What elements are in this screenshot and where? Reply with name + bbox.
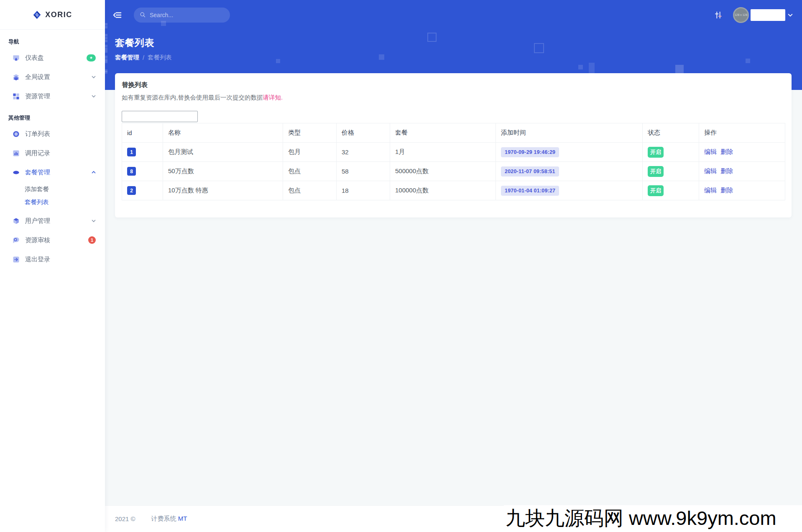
row-package: 100000点数 [390, 181, 496, 200]
topbar-right: 128 x 128 [713, 7, 793, 23]
watermark-overlay: 九块九源码网 www.9k9ym.com [504, 505, 802, 532]
nav-section-title: 导航 [0, 30, 105, 48]
col-header-actions: 操作 [699, 123, 785, 143]
brand-name: XORIC [45, 10, 72, 19]
sidebar-item-dashboard[interactable]: 仪表盘 ★ [0, 48, 105, 67]
sidebar-item-label: 订单列表 [25, 130, 96, 138]
sidebar-item-order-list[interactable]: 订单列表 [0, 124, 105, 143]
table-row: 2 10万点数 特惠 包点 18 100000点数 1970-01-04 01:… [122, 181, 785, 200]
chevron-down-icon[interactable] [788, 13, 793, 18]
edit-link[interactable]: 编辑 [704, 167, 717, 174]
sidebar-item-package-management[interactable]: 套餐管理 [0, 163, 105, 182]
edit-link[interactable]: 编辑 [704, 187, 717, 194]
row-id-badge: 2 [127, 186, 136, 195]
chevron-down-icon [92, 94, 96, 98]
brand[interactable]: XORIC [0, 0, 105, 30]
sidebar-item-label: 调用记录 [25, 149, 96, 157]
avatar-placeholder-text: 128 x 128 [735, 13, 748, 16]
sidebar-item-resource-management[interactable]: 资源管理 [0, 87, 105, 106]
settings-sliders-button[interactable] [713, 10, 724, 20]
sidebar-item-global-settings[interactable]: 全局设置 [0, 67, 105, 87]
footer-copyright: 2021 © [115, 515, 135, 522]
card-title: 替换列表 [122, 81, 785, 90]
row-id-badge: 1 [127, 148, 136, 156]
package-table: id 名称 类型 价格 套餐 添加时间 状态 操作 1 包月测试 包月 [122, 123, 785, 200]
username-box[interactable] [751, 9, 785, 21]
pill-icon [13, 169, 20, 176]
footer-app-text: 计费系统 [151, 515, 176, 522]
col-header-name: 名称 [163, 123, 283, 143]
breadcrumb-current: 套餐列表 [148, 54, 172, 61]
chevron-down-icon [92, 219, 96, 223]
sidebar-item-call-records[interactable]: 调用记录 [0, 143, 105, 163]
sliders-icon [714, 10, 723, 20]
search-icon [140, 12, 146, 18]
row-name: 包月测试 [163, 143, 283, 162]
row-package: 500000点数 [390, 162, 496, 181]
sidebar-item-label: 用户管理 [25, 217, 92, 225]
search-input[interactable] [150, 12, 217, 18]
sidebar-item-label: 仪表盘 [25, 54, 87, 62]
row-package: 1月 [390, 143, 496, 162]
layers-icon [13, 74, 20, 81]
brand-logo-icon [33, 10, 41, 19]
footer-app-name: 计费系统 MT [151, 515, 187, 523]
sidebar-item-logout[interactable]: 退出登录 [0, 250, 105, 269]
page-title: 套餐列表 [115, 36, 792, 49]
circle-icon [13, 130, 20, 138]
col-header-time: 添加时间 [496, 123, 643, 143]
grid-icon [13, 93, 20, 100]
card-description-link[interactable]: 请详知. [263, 94, 283, 101]
table-header-row: id 名称 类型 价格 套餐 添加时间 状态 操作 [122, 123, 785, 143]
search-bar [134, 8, 230, 23]
row-price: 58 [337, 162, 390, 181]
sidebar-item-label: 资源管理 [25, 92, 92, 100]
col-header-price: 价格 [337, 123, 390, 143]
breadcrumb: 套餐管理 / 套餐列表 [115, 54, 792, 61]
logout-icon [13, 256, 20, 263]
sidebar-item-label: 资源审核 [25, 236, 88, 244]
row-name: 10万点数 特惠 [163, 181, 283, 200]
package-submenu: 添加套餐 套餐列表 [0, 182, 105, 211]
table-row: 1 包月测试 包月 32 1月 1970-09-29 19:46:29 开启 编… [122, 143, 785, 162]
sidebar-subitem-package-list[interactable]: 套餐列表 [0, 196, 105, 209]
breadcrumb-parent[interactable]: 套餐管理 [115, 54, 139, 61]
row-status-badge: 开启 [648, 166, 664, 177]
row-type: 包月 [283, 143, 337, 162]
sidebar-collapse-button[interactable] [112, 9, 123, 21]
avatar[interactable]: 128 x 128 [733, 7, 749, 23]
col-header-id: id [122, 123, 163, 143]
sidebar-item-resource-review[interactable]: 资源审核 1 [0, 230, 105, 250]
row-status-badge: 开启 [648, 185, 664, 196]
row-id-badge: 8 [127, 167, 136, 176]
row-time-chip: 1970-01-04 01:09:27 [501, 186, 559, 196]
delete-link[interactable]: 删除 [720, 167, 733, 174]
content: 128 x 128 套餐列表 套餐管理 / 套餐列表 替换列表 如有重复资源在库… [105, 0, 802, 532]
delete-link[interactable]: 删除 [720, 187, 733, 194]
chevron-up-icon [92, 170, 96, 174]
delete-link[interactable]: 删除 [720, 148, 733, 155]
sidebar-item-label: 套餐管理 [25, 169, 92, 176]
breadcrumb-separator: / [143, 54, 144, 61]
row-time-chip: 1970-09-29 19:46:29 [501, 147, 559, 157]
card-description: 如有重复资源在库内,替换会使用最后一次提交的数据请详知. [122, 94, 785, 102]
sidebar-subitem-add-package[interactable]: 添加套餐 [0, 183, 105, 196]
dashboard-star-badge: ★ [87, 54, 96, 61]
row-name: 50万点数 [163, 162, 283, 181]
table-row: 8 50万点数 包点 58 500000点数 2020-11-07 09:58:… [122, 162, 785, 181]
sidebar-item-label: 全局设置 [25, 73, 92, 81]
review-count-badge: 1 [88, 236, 96, 244]
package-list-card: 替换列表 如有重复资源在库内,替换会使用最后一次提交的数据请详知. id 名称 … [115, 73, 792, 217]
table-filter-input[interactable] [122, 111, 198, 122]
footer-app-link[interactable]: MT [178, 515, 187, 522]
row-price: 32 [337, 143, 390, 162]
sidebar-item-user-management[interactable]: 用户管理 [0, 211, 105, 230]
chevron-down-icon [92, 75, 96, 79]
row-status-badge: 开启 [648, 147, 664, 158]
chat-plus-icon [13, 237, 20, 244]
cube-icon [13, 217, 20, 225]
edit-link[interactable]: 编辑 [704, 148, 717, 155]
row-type: 包点 [283, 181, 337, 200]
col-header-type: 类型 [283, 123, 337, 143]
dashboard-icon [13, 54, 20, 61]
